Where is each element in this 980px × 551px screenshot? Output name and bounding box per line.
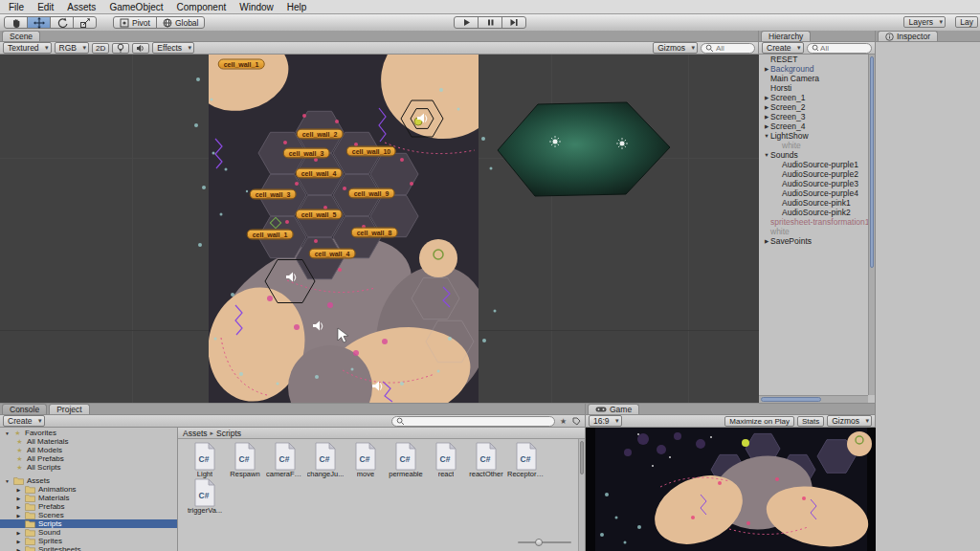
cell-wall-label[interactable]: cell_wall_9 [348, 188, 395, 199]
render-channels-dropdown[interactable]: RGB [55, 42, 89, 54]
hierarchy-horizontal-scrollbar[interactable] [759, 395, 868, 403]
hierarchy-item[interactable]: RESET [759, 55, 868, 64]
fold-arrow-icon[interactable]: ▶ [763, 104, 770, 110]
tab-console[interactable]: Console [2, 404, 47, 414]
cell-wall-label[interactable]: cell_wall_2 [297, 129, 344, 140]
favorites-item[interactable]: ★ All Models [0, 446, 177, 454]
menu-item[interactable]: Edit [31, 1, 60, 13]
move-tool-button[interactable] [27, 16, 51, 29]
project-search-input[interactable] [407, 417, 550, 426]
fold-arrow-icon[interactable]: ▶ [763, 95, 770, 100]
fold-arrow-icon[interactable]: ▶ [15, 547, 22, 551]
asset-zoom-slider[interactable] [518, 539, 571, 546]
fold-arrow-icon[interactable]: ▶ [15, 504, 22, 510]
game-gizmos-dropdown[interactable]: Gizmos [827, 415, 872, 427]
layers-dropdown[interactable]: Layers [903, 16, 946, 28]
maximize-on-play-button[interactable]: Maximize on Play [724, 416, 794, 427]
scale-tool-button[interactable] [73, 16, 97, 29]
cell-wall-label[interactable]: cell_wall_4 [296, 168, 343, 179]
folder-item[interactable]: ▶ Spritesheets [0, 545, 177, 551]
fold-arrow-icon[interactable]: ▶ [763, 238, 770, 244]
folder-item[interactable]: ▶ Sprites [0, 537, 177, 545]
tab-project[interactable]: Project [49, 404, 89, 414]
cell-wall-label[interactable]: cell_wall_5 [296, 209, 343, 220]
hierarchy-item[interactable]: ▶ Screen_4 [759, 121, 868, 131]
scene-search-input[interactable] [716, 44, 750, 53]
cell-wall-label[interactable]: cell_wall_1 [247, 230, 294, 240]
script-asset-item[interactable]: C# cameraFol... [266, 442, 304, 478]
menu-item[interactable]: File [2, 1, 31, 13]
script-asset-item[interactable]: C# Respawn [226, 442, 264, 478]
fold-arrow-icon[interactable]: ▼ [763, 133, 770, 139]
hierarchy-item[interactable]: ▶ SavePoints [759, 236, 868, 246]
cell-wall-label[interactable]: cell_wall_4 [309, 249, 356, 259]
pause-button[interactable] [478, 16, 502, 29]
fold-arrow-icon[interactable]: ▼ [4, 430, 11, 436]
script-asset-item[interactable]: C# ReceptorT... [507, 442, 546, 478]
fold-arrow-icon[interactable]: ▶ [763, 114, 770, 120]
game-viewport[interactable] [586, 428, 876, 551]
fold-arrow-icon[interactable]: ▶ [15, 496, 22, 501]
shading-mode-dropdown[interactable]: Textured [3, 42, 52, 54]
cell-wall-label[interactable]: cell_wall_8 [351, 228, 398, 238]
aspect-ratio-dropdown[interactable]: 16:9 [589, 415, 622, 427]
menu-item[interactable]: Component [170, 1, 234, 13]
script-asset-item[interactable]: C# permeable [387, 442, 425, 478]
hierarchy-item[interactable]: Main Camera [759, 74, 868, 83]
menu-item[interactable]: Help [280, 1, 314, 13]
tab-hierarchy[interactable]: Hierarchy [761, 31, 811, 41]
tab-scene[interactable]: Scene [2, 31, 40, 41]
menu-item[interactable]: Window [233, 1, 280, 13]
hierarchy-item[interactable]: spritesheet-transformation1-big_11 [759, 217, 868, 227]
folder-item[interactable]: ▶ Scenes [0, 511, 177, 519]
play-button[interactable] [454, 16, 479, 29]
script-asset-item[interactable]: C# Light [186, 442, 224, 478]
layout-dropdown[interactable]: Lay [955, 16, 978, 28]
hierarchy-item[interactable]: Horsti [759, 83, 868, 93]
pivot-toggle-button[interactable]: Pivot [113, 16, 157, 29]
hierarchy-item[interactable]: AudioSource-purple4 [759, 188, 868, 198]
hierarchy-item[interactable]: white [759, 227, 868, 236]
cell-wall-label[interactable]: cell_wall_3 [283, 148, 330, 159]
assets-header[interactable]: ▼ Assets [0, 476, 177, 485]
search-by-label-icon[interactable] [571, 416, 582, 427]
fold-arrow-icon[interactable]: ▶ [15, 530, 22, 536]
cell-wall-label[interactable]: cell_wall_3 [250, 189, 297, 200]
favorites-item[interactable]: ★ All Materials [0, 437, 177, 446]
hierarchy-search-input[interactable] [820, 44, 867, 53]
tab-inspector[interactable]: Inspector [878, 31, 938, 41]
mode-2d-toggle[interactable]: 2D [92, 43, 109, 54]
scrollbar-thumb[interactable] [870, 56, 874, 268]
hierarchy-item[interactable]: ▼ Sounds [759, 150, 868, 160]
folder-item[interactable]: ▶ Materials [0, 494, 177, 502]
favorites-header[interactable]: ▼ ★ Favorites [0, 429, 177, 437]
scrollbar-thumb[interactable] [761, 397, 821, 402]
favorites-item[interactable]: ★ All Scripts [0, 463, 177, 472]
fold-arrow-icon[interactable]: ▶ [15, 487, 22, 493]
step-button[interactable] [501, 16, 526, 29]
hierarchy-vertical-scrollbar[interactable] [868, 55, 875, 395]
fold-arrow-icon[interactable]: ▶ [763, 123, 770, 129]
folder-item[interactable]: ▶ Sound [0, 528, 177, 537]
scene-lighting-toggle[interactable] [112, 43, 129, 54]
script-asset-item[interactable]: C# move [346, 442, 385, 478]
hierarchy-item[interactable]: AudioSource-purple1 [759, 160, 868, 169]
fold-arrow-icon[interactable]: ▶ [15, 513, 22, 518]
fold-arrow-icon[interactable]: ▶ [15, 539, 22, 544]
scene-audio-toggle[interactable] [132, 43, 149, 54]
hierarchy-item[interactable]: ▶ Screen_1 [759, 93, 868, 102]
script-asset-item[interactable]: C# triggerVa... [186, 478, 224, 515]
global-toggle-button[interactable]: Global [156, 16, 206, 29]
cell-wall-label[interactable]: cell_wall_1 [218, 59, 265, 70]
script-asset-item[interactable]: C# changeJu... [306, 442, 345, 478]
fold-arrow-icon[interactable]: ▼ [763, 152, 770, 158]
hierarchy-item[interactable]: ▶ Background [759, 64, 868, 74]
hierarchy-item[interactable]: ▶ Screen_2 [759, 102, 868, 112]
hierarchy-item[interactable]: AudioSource-pink2 [759, 208, 868, 217]
project-create-dropdown[interactable]: Create [3, 415, 45, 427]
menu-item[interactable]: GameObject [102, 1, 169, 13]
fold-arrow-icon[interactable]: ▼ [4, 478, 11, 484]
project-vertical-scrollbar[interactable] [578, 439, 585, 551]
tab-game[interactable]: Game [588, 404, 639, 414]
folder-item[interactable]: Scripts [0, 519, 177, 528]
